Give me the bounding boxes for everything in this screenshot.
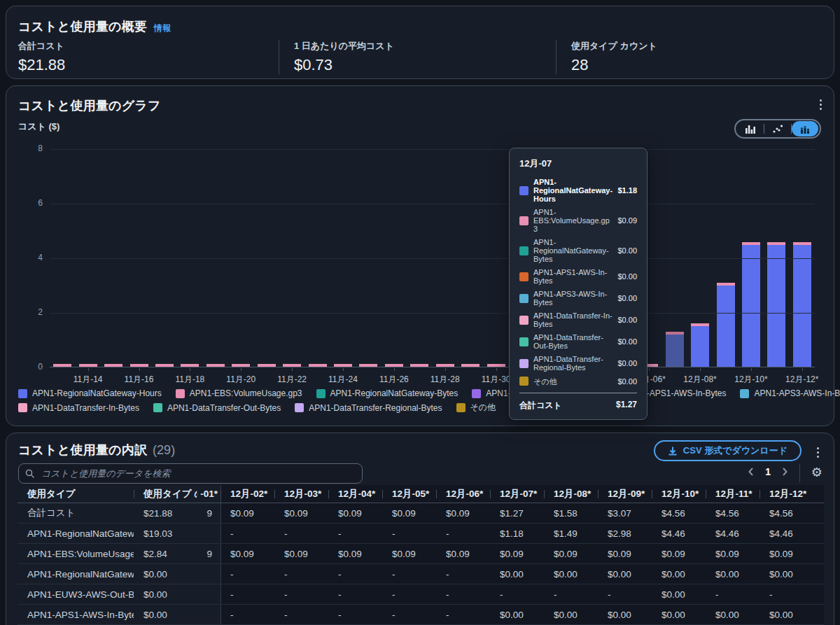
stacked-bar-11月-15[interactable] <box>104 364 122 367</box>
tooltip-series-row: APN1-APS1-AWS-In-Bytes$0.00 <box>519 268 637 285</box>
cost-cell: $0.09 <box>760 549 813 559</box>
cost-cell: $0.00 <box>134 569 197 580</box>
stacked-bar-11月-24[interactable] <box>334 364 352 367</box>
cost-cell: - <box>760 589 813 600</box>
cost-cell: - <box>220 528 274 539</box>
download-csv-button[interactable]: CSV 形式でダウンロード <box>654 440 802 461</box>
stacked-bar-11月-28[interactable] <box>436 364 454 367</box>
tooltip-series-value: $0.00 <box>617 359 637 367</box>
cost-cell: $0.00 <box>652 589 706 600</box>
stacked-bar-chart-plot: 11月-1411月-1611月-1811月-2011月-2211月-2411月-… <box>50 149 815 367</box>
usage-type-cell: APN1-RegionalNatGateway-Hours <box>18 528 134 539</box>
stacked-bar-11月-20[interactable] <box>232 364 250 367</box>
previous-page-icon[interactable] <box>746 465 757 478</box>
cost-cell: - <box>382 610 436 620</box>
legend-item[interactable]: APN1-APS3-AWS-In-Bytes <box>740 388 840 398</box>
search-input[interactable] <box>40 468 356 479</box>
stacked-bar-11月-27[interactable] <box>410 364 428 367</box>
stacked-bar-12月-09[interactable] <box>717 283 735 367</box>
cost-cell: - <box>220 589 274 600</box>
stacked-bar-12月-10[interactable] <box>742 242 760 367</box>
tooltip-series-swatch <box>519 216 528 225</box>
tooltip-series-swatch <box>519 246 528 255</box>
legend-label: APN1-EBS:VolumeUsage.gp3 <box>190 388 302 398</box>
stacked-bar-11月-16[interactable] <box>130 364 148 367</box>
gridline <box>50 149 815 150</box>
stacked-bar-11月-22[interactable] <box>283 364 301 367</box>
cost-cell: $21.88 <box>134 508 197 519</box>
stacked-bar-11月-19[interactable] <box>206 364 225 367</box>
next-page-icon[interactable] <box>779 465 790 478</box>
stacked-bar-12月-08[interactable] <box>691 323 709 367</box>
column-header: 12月-09* <box>598 488 652 500</box>
cost-cell: $0.00 <box>706 610 760 620</box>
cost-cell: - <box>436 610 490 620</box>
cost-cell: $0.09 <box>382 549 436 559</box>
info-link[interactable]: 情報 <box>154 22 171 34</box>
gridline <box>50 258 815 259</box>
stacked-bar-11月-29[interactable] <box>461 364 479 367</box>
legend-item[interactable]: APN1-DataTransfer-Regional-Bytes <box>295 402 442 414</box>
legend-swatch <box>456 403 465 412</box>
grouped-bar-chart-icon[interactable] <box>737 121 764 136</box>
cost-cell: - <box>490 589 544 600</box>
stacked-bar-11月-23[interactable] <box>309 364 327 367</box>
legend-item[interactable]: その他 <box>456 402 496 414</box>
stacked-bar-11月-30[interactable] <box>487 364 505 367</box>
line-chart-icon[interactable] <box>764 121 791 136</box>
tooltip-series-name: APN1-APS1-AWS-In-Bytes <box>533 268 612 285</box>
stacked-bar-12月-11[interactable] <box>767 242 785 367</box>
cost-cell: $19.03 <box>134 528 197 539</box>
stacked-bar-11月-25[interactable] <box>359 364 377 367</box>
cost-cell: $1.49 <box>544 528 598 539</box>
column-header: 12月-06* <box>436 488 490 500</box>
legend-item[interactable]: APN1-EBS:VolumeUsage.gp3 <box>176 388 302 398</box>
tooltip-series-name: その他 <box>533 377 612 386</box>
legend-item[interactable]: APN1-DataTransfer-In-Bytes <box>18 402 139 414</box>
tooltip-series-row: APN1-RegionalNatGateway-Hours$1.18 <box>519 178 637 203</box>
cost-cell: - <box>436 528 490 539</box>
chart-menu-kebab-icon[interactable] <box>816 96 825 113</box>
legend-label: APN1-RegionalNatGateway-Bytes <box>330 388 458 398</box>
legend-item[interactable]: APN1-RegionalNatGateway-Bytes <box>316 388 458 398</box>
cost-cell: - <box>274 589 328 600</box>
stacked-bar-chart-icon[interactable] <box>792 121 818 136</box>
usage-type-cell: APN1-APS1-AWS-In-Bytes <box>18 610 134 620</box>
tooltip-series-value: $0.09 <box>617 216 637 225</box>
metric-label: 使用タイプ カウント <box>571 40 808 52</box>
column-header: 使用タイプ の合計 <box>134 488 197 500</box>
legend-row: APN1-DataTransfer-In-BytesAPN1-DataTrans… <box>18 402 840 414</box>
table-row: APN1-RegionalNatGateway-Hours$19.03-----… <box>18 524 824 544</box>
stacked-bar-11月-18[interactable] <box>181 364 199 367</box>
column-header: 12月-05* <box>382 488 436 500</box>
stacked-bar-11月-17[interactable] <box>155 364 174 367</box>
legend-item[interactable]: APN1-RegionalNatGateway-Hours <box>18 388 162 398</box>
cost-cell: - <box>436 569 490 580</box>
current-page-number[interactable]: 1 <box>765 466 771 477</box>
tooltip-series-name: APN1-EBS:VolumeUsage.gp3 <box>533 208 612 233</box>
metric-value: 28 <box>571 56 808 74</box>
search-box <box>18 463 363 484</box>
cost-cell: $0.09 <box>544 549 598 559</box>
stacked-bar-11月-26[interactable] <box>385 364 403 367</box>
tooltip-date: 12月-07 <box>519 157 637 170</box>
stacked-bar-11月-13[interactable] <box>53 364 71 367</box>
legend-item[interactable]: APN1-DataTransfer-Out-Bytes <box>153 402 281 414</box>
pagination: 1 <box>746 465 790 478</box>
overview-title: コストと使用量の概要 <box>18 18 147 35</box>
y-axis-tick-label: 2 <box>15 307 43 317</box>
stacked-bar-11月-14[interactable] <box>79 364 97 367</box>
cost-cell: $0.09 <box>220 549 274 559</box>
x-axis-tick-mark <box>241 368 241 371</box>
breakdown-menu-kebab-icon[interactable] <box>813 444 822 461</box>
usage-type-cell: 合計コスト <box>18 507 134 519</box>
cost-cell: $0.00 <box>544 610 598 620</box>
table-body: 合計コスト$21.889$0.09$0.09$0.09$0.09$0.09$1.… <box>18 503 824 625</box>
table-settings-gear-icon[interactable]: ⚙ <box>810 463 824 481</box>
stacked-bar-12月-07[interactable] <box>666 332 684 367</box>
cost-cell: $0.09 <box>274 508 328 519</box>
tooltip-series-name: APN1-APS3-AWS-In-Bytes <box>533 290 612 307</box>
stacked-bar-11月-21[interactable] <box>258 364 276 367</box>
stacked-bar-12月-12[interactable] <box>793 242 811 367</box>
cost-cell: - <box>328 528 382 539</box>
